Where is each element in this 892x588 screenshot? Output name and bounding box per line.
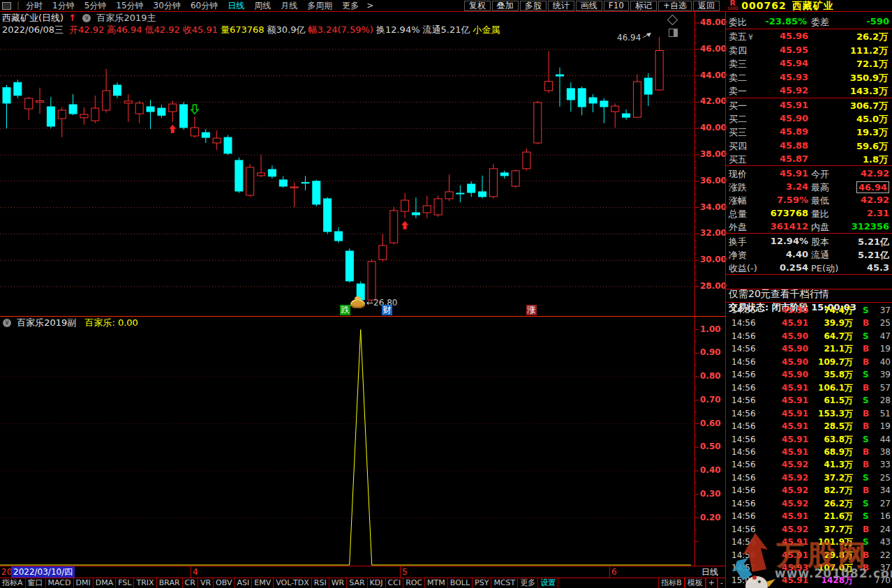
tab-EMV[interactable]: EMV (252, 578, 274, 588)
tab-FSL[interactable]: FSL (116, 578, 134, 588)
tab-WR[interactable]: WR (329, 578, 348, 588)
sell-volume: 72.1万 (856, 58, 888, 70)
tab-PSY[interactable]: PSY (473, 578, 491, 588)
detail-value: 5.21亿 (858, 236, 889, 248)
candle-body (25, 98, 33, 109)
tool-button-画线[interactable]: 画线 (576, 1, 602, 11)
panel-divider (726, 165, 892, 166)
queue-flag-icon[interactable]: ¥ (748, 33, 753, 42)
tab-MCST[interactable]: MCST (491, 578, 518, 588)
promo-link[interactable]: 仅需20元查看千档行情 (729, 288, 829, 301)
tool-button-复权[interactable]: 复权 (464, 1, 491, 11)
detail-value: 45.91 (780, 168, 808, 179)
period-item-多周期[interactable]: 多周期 (302, 1, 337, 10)
stock-code: 000762 (741, 0, 786, 11)
window-icon[interactable] (2, 2, 11, 10)
tool-button-叠加[interactable]: 叠加 (492, 1, 519, 11)
tab-窗口[interactable]: 窗口 (26, 578, 46, 588)
candle-body (246, 167, 254, 195)
trade-date: 2022/06/08三 (2, 24, 64, 35)
tick-volume: 37.7万 (824, 523, 853, 536)
tab-BOLL[interactable]: BOLL (448, 578, 473, 588)
tab-SAR[interactable]: SAR (347, 578, 367, 588)
collapse-chevron-icon[interactable]: ∨ (82, 14, 91, 22)
candle-body (345, 251, 353, 281)
main-candlestick-chart (0, 0, 726, 316)
sell-price: 45.92 (780, 85, 808, 96)
tool-button-统计[interactable]: 统计 (548, 1, 574, 11)
period-item-30分钟[interactable]: 30分钟 (149, 1, 186, 10)
more-arrow-icon[interactable]: > (364, 0, 376, 11)
tab-OBV[interactable]: OBV (214, 578, 235, 588)
tab-MACD[interactable]: MACD (46, 578, 74, 588)
indicator-tab-bar: 指标A窗口MACDDMIDMAFSLTRIXBRARCRVROBVASIEMVV… (0, 578, 726, 588)
tab-VOL-TDX[interactable]: VOL-TDX (274, 578, 312, 588)
tab-ASI[interactable]: ASI (235, 578, 252, 588)
tab-更多[interactable]: 更多 (518, 578, 538, 588)
indicator-tick-label: 0.40 (700, 466, 721, 475)
period-item-分时[interactable]: 分时 (21, 1, 47, 10)
candle-body (91, 108, 99, 121)
weicha-value: -590 (866, 16, 889, 27)
candle-body (14, 82, 22, 96)
candle-body (135, 103, 143, 114)
period-item-60分钟[interactable]: 60分钟 (186, 1, 223, 10)
tool-button-+自选[interactable]: +自选 (658, 1, 692, 11)
candle-body (445, 192, 453, 199)
tick-volume: 109.7万 (818, 356, 853, 368)
tab-KDJ[interactable]: KDJ (368, 578, 386, 588)
tick-count: 38 (880, 446, 891, 458)
period-item-日线[interactable]: 日线 (223, 1, 249, 10)
collapse-chevron-icon[interactable]: ∨ (3, 319, 11, 327)
tick-count: 57 (880, 382, 891, 394)
tick-direction: S (863, 433, 869, 446)
ohlc-item: 小金属 (473, 24, 500, 35)
period-item-周线[interactable]: 周线 (249, 1, 276, 10)
tick-time: 14:57 (731, 561, 756, 574)
tool-button-F10[interactable]: F10 (604, 1, 629, 11)
tick-direction: B (863, 407, 869, 420)
tab-设置[interactable]: 设置 (538, 578, 558, 588)
tab-CR[interactable]: CR (183, 578, 198, 588)
tick-volume: 28.5万 (824, 420, 853, 432)
toolbar: 复权叠加多股统计画线F10标记+自选返回 (463, 1, 720, 11)
sell-signal-arrow-icon (191, 105, 198, 114)
tab-BRAR[interactable]: BRAR (157, 578, 183, 588)
period-item-月线[interactable]: 月线 (276, 1, 302, 10)
tick-volume: 63.8万 (824, 433, 853, 446)
tool-button-多股[interactable]: 多股 (520, 1, 547, 11)
detail-value: 42.92 (861, 168, 889, 179)
tab-+[interactable]: + (706, 578, 718, 588)
indicator-tick-label: 0.20 (700, 513, 721, 522)
tick-price: 45.91 (782, 549, 808, 561)
candle-body (633, 82, 641, 117)
tab-DMA[interactable]: DMA (94, 578, 117, 588)
tick-count: 39 (880, 368, 891, 381)
detail-label: 股本 (811, 236, 829, 248)
tab-模板[interactable]: 模板 (685, 578, 706, 588)
tab-TRIX[interactable]: TRIX (134, 578, 156, 588)
period-item-15分钟[interactable]: 15分钟 (111, 1, 148, 10)
detail-label: 最低 (811, 195, 829, 207)
period-indicator-label[interactable]: 日线 (694, 566, 725, 578)
tab-RSI[interactable]: RSI (312, 578, 329, 588)
candle-body (36, 101, 44, 103)
tab-指标B[interactable]: 指标B (658, 578, 685, 588)
tab-指标A[interactable]: 指标A (0, 578, 26, 588)
tick-volume: 61.5万 (824, 394, 853, 407)
detail-value: 361412 (771, 221, 808, 232)
period-item-5分钟[interactable]: 5分钟 (80, 1, 112, 10)
tab-ROC[interactable]: ROC (403, 578, 425, 588)
tool-button-标记[interactable]: 标记 (630, 1, 657, 11)
buy-signal-arrow-icon (401, 221, 408, 229)
tick-volume: 64.7万 (824, 330, 853, 342)
tab-MTM[interactable]: MTM (425, 578, 448, 588)
tab-DMI[interactable]: DMI (74, 578, 94, 588)
tab-CCI[interactable]: CCI (386, 578, 404, 588)
period-item-1分钟[interactable]: 1分钟 (47, 1, 80, 10)
tab-VR[interactable]: VR (198, 578, 214, 588)
chart-title-row: 西藏矿业(日线) ↑ ∨ 百家乐2019主 (2, 13, 694, 23)
tick-row: 14:5645.91106.1万B57 (726, 382, 892, 394)
detail-label: 最高 (811, 181, 829, 194)
period-item-更多[interactable]: 更多 (337, 1, 364, 10)
